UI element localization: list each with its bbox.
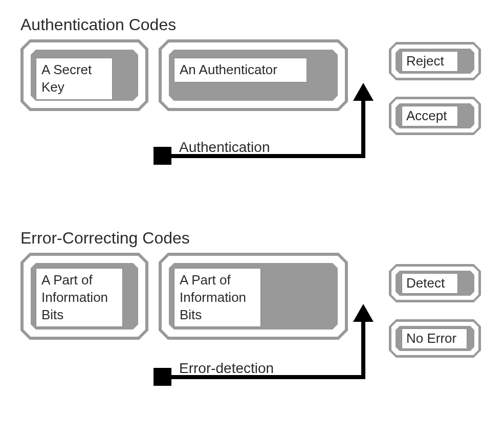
reject-box: Reject bbox=[389, 42, 481, 80]
info-bits-left-label: A Part of Information Bits bbox=[36, 268, 123, 327]
secret-key-label: A Secret Key bbox=[36, 58, 113, 100]
auth-codes-section: Authentication Codes A Secret Key An Aut… bbox=[20, 15, 484, 198]
auth-row: A Secret Key An Authenticator Reject Acc… bbox=[20, 39, 484, 198]
authenticator-label: An Authenticator bbox=[174, 58, 307, 82]
detect-box: Detect bbox=[389, 264, 481, 302]
accept-box: Accept bbox=[389, 97, 481, 135]
detect-label: Detect bbox=[402, 273, 458, 294]
noerror-label: No Error bbox=[402, 328, 467, 349]
ecc-row: A Part of Information Bits A Part of Inf… bbox=[20, 253, 484, 411]
svg-marker-3 bbox=[353, 304, 374, 322]
accept-label: Accept bbox=[402, 106, 458, 126]
ecc-arrow-label: Error-detection bbox=[179, 360, 274, 377]
noerror-box: No Error bbox=[389, 319, 481, 358]
svg-rect-2 bbox=[154, 368, 171, 386]
section-title-auth: Authentication Codes bbox=[20, 15, 484, 34]
auth-arrow-label: Authentication bbox=[179, 139, 270, 156]
svg-marker-1 bbox=[353, 83, 374, 101]
info-bits-left-box: A Part of Information Bits bbox=[20, 253, 148, 340]
reject-label: Reject bbox=[402, 51, 458, 72]
svg-rect-0 bbox=[154, 147, 171, 165]
section-title-ecc: Error-Correcting Codes bbox=[20, 229, 484, 248]
secret-key-box: A Secret Key bbox=[20, 39, 148, 111]
ecc-section: Error-Correcting Codes A Part of Informa… bbox=[20, 229, 484, 411]
